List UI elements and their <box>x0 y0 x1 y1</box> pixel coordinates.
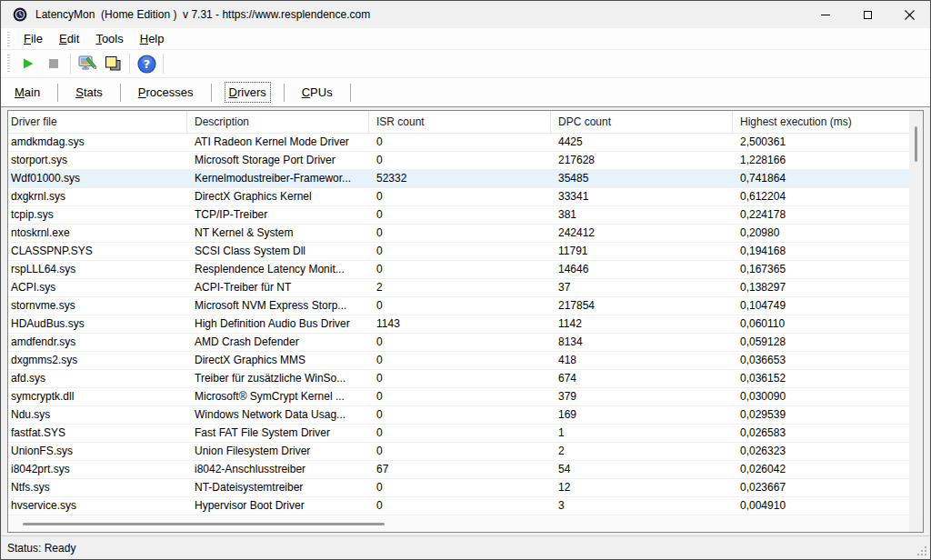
table-cell: 0,023667 <box>733 479 923 497</box>
table-cell: ntoskrnl.exe <box>8 225 187 243</box>
menu-help[interactable]: Help <box>132 29 173 48</box>
table-cell: 217854 <box>551 297 733 315</box>
table-cell: 2,500361 <box>733 134 923 152</box>
table-cell: CLASSPNP.SYS <box>8 243 187 261</box>
menu-bar-items: FileEditToolsHelp <box>15 29 172 48</box>
menu-edit[interactable]: Edit <box>51 29 87 48</box>
table-row[interactable]: storport.sysMicrosoft Storage Port Drive… <box>8 152 923 170</box>
help-button[interactable]: ? <box>134 52 159 75</box>
table-cell: Microsoft Storage Port Driver <box>187 152 369 170</box>
table-row[interactable]: fastfat.SYSFast FAT File System Driver01… <box>8 425 923 443</box>
table-cell: Microsoft® SymCrypt Kernel ... <box>187 388 369 406</box>
table-cell: 33341 <box>551 188 733 206</box>
horizontal-scrollbar-thumb[interactable] <box>23 523 385 525</box>
table-cell: 54 <box>551 461 733 479</box>
table-cell: 8134 <box>551 334 733 352</box>
table-row[interactable]: amdfendr.sysAMD Crash Defender081340,059… <box>8 334 923 352</box>
minimize-button[interactable] <box>805 1 846 28</box>
column-header-dpc-count[interactable]: DPC count <box>551 111 733 133</box>
stop-monitor-button[interactable] <box>41 52 66 75</box>
table-cell: 0 <box>369 370 551 388</box>
table-cell: 4425 <box>551 134 733 152</box>
toolbar-gripper[interactable] <box>7 55 10 73</box>
table-row[interactable]: UnionFS.sysUnion Filesystem Driver020,02… <box>8 443 923 461</box>
tabs: MainStatsProcessesDriversCPUs <box>10 82 364 103</box>
column-header-highest-execution-ms[interactable]: Highest execution (ms) <box>733 111 923 133</box>
table-cell: fastfat.SYS <box>8 425 187 443</box>
tab-processes[interactable]: Processes <box>134 82 198 103</box>
menu-file[interactable]: File <box>15 29 51 48</box>
vertical-scrollbar[interactable] <box>909 111 923 516</box>
menu-tools[interactable]: Tools <box>87 29 131 48</box>
report-options-button[interactable] <box>75 52 100 75</box>
resize-grip-icon[interactable] <box>916 545 927 556</box>
table-row[interactable]: HDAudBus.sysHigh Definition Audio Bus Dr… <box>8 315 923 334</box>
table-cell: amdkmdag.sys <box>8 134 187 152</box>
vertical-scrollbar-thumb[interactable] <box>915 126 917 162</box>
table-cell: 0,167365 <box>733 261 923 279</box>
table-row[interactable]: ACPI.sysACPI-Treiber für NT2370,138297 <box>8 279 923 297</box>
menubar-gripper[interactable] <box>7 32 10 46</box>
table-row[interactable]: CLASSPNP.SYSSCSI Class System Dll0117910… <box>8 243 923 261</box>
table-cell: i8042-Anschlusstreiber <box>187 461 369 479</box>
scrollbar-corner <box>909 516 923 532</box>
table-row[interactable]: i8042prt.sysi8042-Anschlusstreiber67540,… <box>8 461 923 479</box>
table-row[interactable]: Ndu.sysWindows Network Data Usag...01690… <box>8 406 923 425</box>
column-header-driver-file[interactable]: Driver file <box>8 111 187 133</box>
tab-drivers[interactable]: Drivers <box>225 82 271 103</box>
table-cell: 35485 <box>551 170 733 188</box>
tab-stats[interactable]: Stats <box>71 82 107 103</box>
latencymon-clock-icon <box>13 7 27 22</box>
report-options-icon <box>77 55 97 73</box>
title-bar[interactable]: LatencyMon (Home Edition ) v 7.31 - http… <box>1 1 930 28</box>
table-cell: Fast FAT File System Driver <box>187 425 369 443</box>
table-cell: 0 <box>369 206 551 225</box>
tab-cpus[interactable]: CPUs <box>297 82 337 103</box>
table-cell: symcryptk.dll <box>8 388 187 406</box>
table-cell: 217628 <box>551 152 733 170</box>
table-cell: 242412 <box>551 225 733 243</box>
column-header-description[interactable]: Description <box>187 111 369 133</box>
table-cell: 0,026323 <box>733 443 923 461</box>
table-cell: Ndu.sys <box>8 406 187 425</box>
table-row[interactable]: symcryptk.dllMicrosoft® SymCrypt Kernel … <box>8 388 923 406</box>
table-cell: 0,741864 <box>733 170 923 188</box>
tab-separator <box>284 84 285 102</box>
table-row[interactable]: dxgkrnl.sysDirectX Graphics Kernel033341… <box>8 188 923 206</box>
maximize-button[interactable] <box>846 1 888 28</box>
table-cell: dxgkrnl.sys <box>8 188 187 206</box>
table-cell: 674 <box>551 370 733 388</box>
table-cell: 67 <box>369 461 551 479</box>
table-row[interactable]: ntoskrnl.exeNT Kernel & System02424120,2… <box>8 225 923 243</box>
table-cell: amdfendr.sys <box>8 334 187 352</box>
drivers-table: Driver fileDescriptionISR countDPC count… <box>7 110 924 533</box>
start-monitor-button[interactable] <box>15 52 41 75</box>
table-cell: 0 <box>369 225 551 243</box>
table-cell: 381 <box>551 206 733 225</box>
table-cell: AMD Crash Defender <box>187 334 369 352</box>
table-cell: 0,194168 <box>733 243 923 261</box>
table-row[interactable]: amdkmdag.sysATI Radeon Kernel Mode Drive… <box>8 134 923 152</box>
table-cell: HDAudBus.sys <box>8 315 187 334</box>
table-cell: 2 <box>551 443 733 461</box>
close-button[interactable] <box>888 1 930 28</box>
table-cell: 0 <box>369 334 551 352</box>
column-header-isr-count[interactable]: ISR count <box>369 111 551 133</box>
table-cell: 0,026042 <box>733 461 923 479</box>
latencymon-window: LatencyMon (Home Edition ) v 7.31 - http… <box>0 0 931 560</box>
table-row[interactable]: afd.sysTreiber für zusätzliche WinSo...0… <box>8 370 923 388</box>
table-row[interactable]: hvservice.sysHypervisor Boot Driver030,0… <box>8 497 923 515</box>
table-cell: Microsoft NVM Express Storp... <box>187 297 369 315</box>
copy-report-button[interactable] <box>100 52 125 75</box>
table-cell: dxgmms2.sys <box>8 352 187 370</box>
table-row[interactable]: rspLLL64.sysResplendence Latency Monit..… <box>8 261 923 279</box>
tab-main[interactable]: Main <box>10 82 45 103</box>
table-row[interactable]: tcpip.sysTCP/IP-Treiber03810,224178 <box>8 206 923 225</box>
table-row[interactable]: Wdf01000.sysKernelmodustreiber-Framewor.… <box>8 170 923 188</box>
status-bar: Status: Ready <box>1 535 930 559</box>
table-cell: Hypervisor Boot Driver <box>187 497 369 515</box>
horizontal-scrollbar[interactable] <box>8 516 909 532</box>
table-row[interactable]: stornvme.sysMicrosoft NVM Express Storp.… <box>8 297 923 315</box>
table-row[interactable]: dxgmms2.sysDirectX Graphics MMS04180,036… <box>8 352 923 370</box>
table-row[interactable]: Ntfs.sysNT-Dateisystemtreiber0120,023667 <box>8 479 923 497</box>
